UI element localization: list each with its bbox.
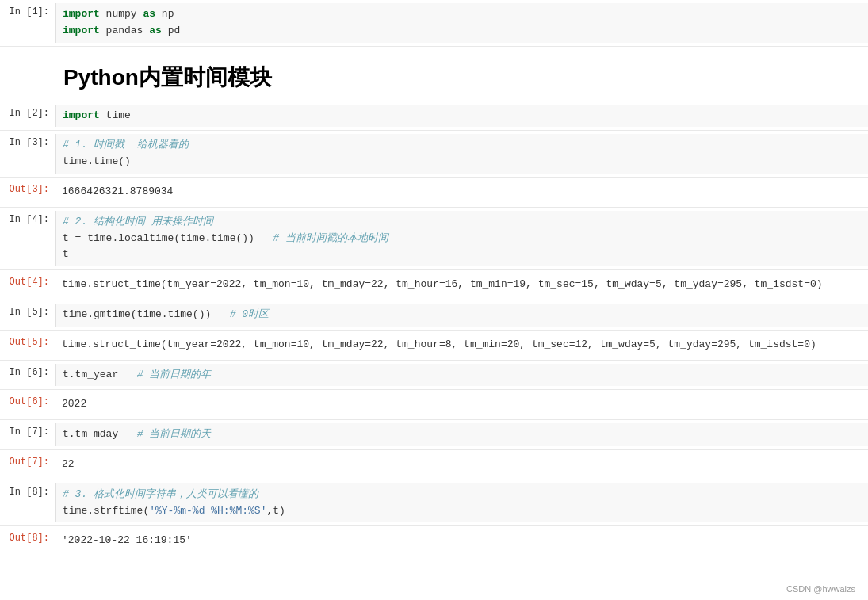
- output-cell: Out[7]:22: [0, 450, 868, 480]
- cell-code[interactable]: # 2. 结构化时间 用来操作时间t = time.localtime(time…: [55, 211, 868, 266]
- input-label: In [4]:: [0, 211, 55, 225]
- input-cell: In [6]:t.tm_year # 当前日期的年: [0, 361, 868, 391]
- input-label: In [2]:: [0, 105, 55, 119]
- output-label: Out[6]:: [0, 393, 55, 407]
- cell-code[interactable]: # 1. 时间戳 给机器看的time.time(): [55, 134, 868, 174]
- input-cell: In [1]:import numpy as npimport pandas a…: [0, 0, 868, 47]
- input-cell: In [3]:# 1. 时间戳 给机器看的time.time(): [0, 131, 868, 178]
- cell-code[interactable]: import time: [55, 105, 868, 128]
- cell-code: '2022-10-22 16:19:15': [55, 529, 868, 552]
- footer-credit: CSDN @hwwaizs: [786, 584, 855, 594]
- cell-code[interactable]: t.tm_year # 当前日期的年: [55, 364, 868, 387]
- output-label: Out[5]:: [0, 334, 55, 348]
- input-cell: In [5]:time.gmtime(time.time()) # 0时区: [0, 300, 868, 331]
- input-cell: In [2]:import time: [0, 101, 868, 132]
- notebook: In [1]:import numpy as npimport pandas a…: [0, 0, 868, 556]
- cell-code[interactable]: # 3. 格式化时间字符串，人类可以看懂的time.strftime('%Y-%…: [55, 483, 868, 523]
- output-cell: Out[5]:time.struct_time(tm_year=2022, tm…: [0, 331, 868, 361]
- cell-code[interactable]: time.gmtime(time.time()) # 0时区: [55, 304, 868, 327]
- output-label: Out[4]:: [0, 273, 55, 288]
- input-label: In [6]:: [0, 364, 55, 378]
- cell-code: 2022: [55, 393, 868, 416]
- output-cell: Out[4]:time.struct_time(tm_year=2022, tm…: [0, 270, 868, 300]
- output-label: Out[7]:: [0, 453, 55, 468]
- section-title: Python内置时间模块: [0, 47, 868, 101]
- output-cell: Out[3]:1666426321.8789034: [0, 178, 868, 208]
- output-cell: Out[6]:2022: [0, 390, 868, 420]
- output-label: Out[8]:: [0, 529, 55, 544]
- input-cell: In [4]:# 2. 结构化时间 用来操作时间t = time.localti…: [0, 208, 868, 270]
- cell-code: time.struct_time(tm_year=2022, tm_mon=10…: [55, 334, 868, 357]
- cell-code: time.struct_time(tm_year=2022, tm_mon=10…: [55, 273, 868, 296]
- cell-code: 1666426321.8789034: [55, 181, 868, 204]
- output-label: Out[3]:: [0, 181, 55, 195]
- cell-code[interactable]: import numpy as npimport pandas as pd: [55, 3, 868, 43]
- input-label: In [1]:: [0, 3, 55, 17]
- input-cell: In [7]:t.tm_mday # 当前日期的天: [0, 420, 868, 450]
- input-label: In [8]:: [0, 483, 55, 498]
- input-label: In [5]:: [0, 304, 55, 318]
- input-label: In [7]:: [0, 423, 55, 438]
- cell-code[interactable]: t.tm_mday # 当前日期的天: [55, 423, 868, 446]
- cell-code: 22: [55, 453, 868, 476]
- output-cell: Out[8]:'2022-10-22 16:19:15': [0, 526, 868, 556]
- input-label: In [3]:: [0, 134, 55, 148]
- input-cell: In [8]:# 3. 格式化时间字符串，人类可以看懂的time.strftim…: [0, 480, 868, 527]
